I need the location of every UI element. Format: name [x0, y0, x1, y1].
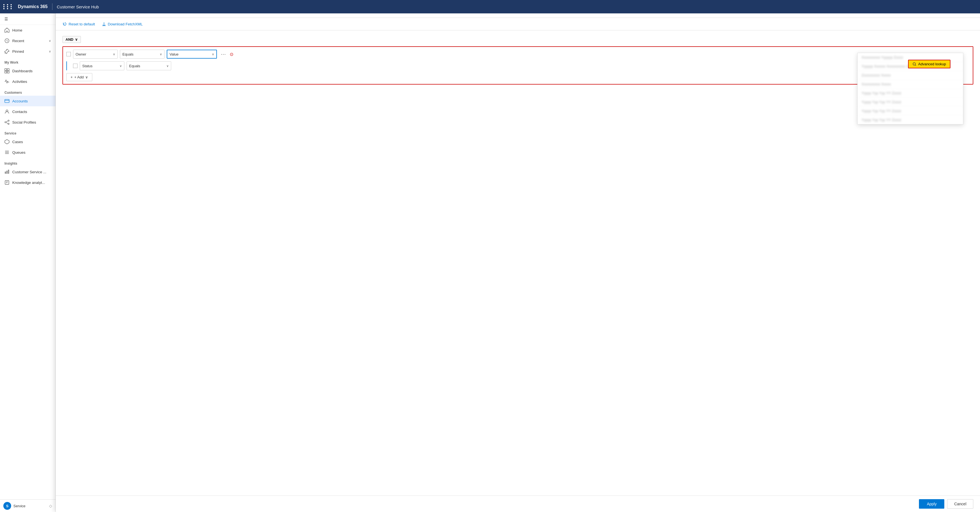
add-chevron: ∨ [85, 75, 88, 79]
lookup-item-2[interactable]: Zzzzzzzzzz Xxxxx [858, 71, 963, 80]
filter-row-2: Status ∨ Equals ∨ [66, 61, 969, 70]
cancel-button[interactable]: Cancel [947, 499, 973, 509]
sidebar-item-contacts[interactable]: Contacts [0, 106, 56, 117]
lookup-item-5[interactable]: Yyyyy Yyy Yyy YY Zzzzz [858, 98, 963, 107]
val-chevron-1: ∨ [212, 53, 214, 56]
svg-point-8 [5, 122, 6, 123]
filter-warning-1: ⊙ [230, 52, 233, 57]
search-icon [913, 62, 916, 66]
avatar: S [3, 502, 11, 510]
dashboard-icon [5, 69, 10, 73]
lookup-item-7[interactable]: Yyyyy Yyy Yyy YY Zzzzz [858, 115, 963, 124]
sidebar-item-home[interactable]: Home [0, 25, 56, 35]
contact-icon [5, 109, 10, 114]
field-chevron-2: ∨ [119, 64, 122, 68]
recent-expand-icon: ∨ [49, 39, 51, 43]
app-menu-icon[interactable] [3, 4, 13, 9]
sidebar-nav-icon: ◇ [49, 504, 52, 508]
home-icon [5, 28, 10, 33]
filter-field-2[interactable]: Status ∨ [80, 61, 124, 70]
apply-button[interactable]: Apply [919, 499, 944, 509]
modal-body: AND ∨ Owner ∨ Equals ∨ Value ∨ ⋯ [56, 30, 980, 496]
field-chevron-1: ∨ [113, 53, 115, 56]
top-bar-divider [52, 3, 52, 10]
sidebar-hamburger[interactable]: ☰ [0, 13, 56, 25]
download-fetchxml-button[interactable]: Download FetchXML [102, 21, 143, 27]
filter-more-1[interactable]: ⋯ [219, 51, 228, 58]
filter-modal: Edit filters: Accounts × Reset to defaul… [56, 0, 980, 512]
and-chevron: ∨ [75, 37, 78, 41]
filter-checkbox-1[interactable] [66, 52, 71, 56]
add-filter-button[interactable]: + + Add ∨ [66, 73, 92, 81]
sidebar-item-pinned[interactable]: Pinned ∨ [0, 46, 56, 57]
section-mywork: My Work [0, 57, 56, 65]
sidebar-item-knowledge[interactable]: Knowledge analyt... [0, 177, 56, 188]
advanced-lookup-button[interactable]: Advanced lookup [908, 60, 950, 69]
download-icon [102, 22, 106, 26]
section-insights: Insights [0, 158, 56, 167]
case-icon [5, 139, 10, 144]
modal-footer: Apply Cancel [56, 496, 980, 512]
op-chevron-2: ∨ [167, 64, 169, 68]
knowledge-icon [5, 180, 10, 185]
filter-checkbox-2[interactable] [73, 64, 78, 68]
lookup-item-3[interactable]: Xxxxxxxxxx Xxxxx [858, 80, 963, 89]
svg-rect-5 [5, 99, 9, 102]
filter-group: Owner ∨ Equals ∨ Value ∨ ⋯ ⊙ Advanced lo… [62, 46, 973, 85]
sidebar-bottom[interactable]: S Service ◇ [0, 499, 56, 512]
sidebar-item-cases[interactable]: Cases [0, 136, 56, 147]
svg-rect-1 [5, 69, 7, 70]
svg-point-10 [913, 62, 916, 65]
svg-rect-4 [7, 71, 9, 73]
reset-icon [62, 22, 67, 26]
app-name: Dynamics 365 [18, 4, 48, 9]
sidebar-item-activities[interactable]: Activities [0, 76, 56, 87]
svg-point-7 [8, 120, 9, 121]
queue-icon [5, 150, 10, 155]
recent-icon [5, 38, 10, 43]
lookup-item-4[interactable]: Yyyyy Yyy Yyy YY Zzzzz [858, 89, 963, 98]
insights-icon [5, 169, 10, 174]
lookup-item-6[interactable]: Yyyyy Yyy Yyy YY Zzzzz [858, 107, 963, 115]
sidebar-item-customer-service[interactable]: Customer Service ... [0, 167, 56, 177]
modal-toolbar: Reset to default Download FetchXML [56, 18, 980, 30]
section-customers: Customers [0, 87, 56, 96]
sidebar-item-accounts[interactable]: Accounts [0, 96, 56, 106]
add-icon: + [70, 75, 73, 79]
sidebar-bottom-label: Service [13, 504, 25, 508]
social-icon [5, 120, 10, 125]
pinned-expand-icon: ∨ [49, 49, 51, 53]
pin-icon [5, 49, 10, 54]
op-chevron-1: ∨ [160, 53, 162, 56]
sidebar: ☰ Home Recent ∨ Pinned ∨ My Work Dashboa… [0, 13, 56, 512]
filter-operator-1[interactable]: Equals ∨ [120, 49, 164, 59]
filter-field-1[interactable]: Owner ∨ [73, 49, 118, 59]
svg-point-9 [8, 123, 9, 124]
sidebar-item-social-profiles[interactable]: Social Profiles [0, 117, 56, 128]
hub-name: Customer Service Hub [57, 5, 99, 9]
and-tag[interactable]: AND ∨ [62, 36, 81, 43]
svg-rect-3 [5, 71, 7, 73]
filter-row-1: Owner ∨ Equals ∨ Value ∨ ⋯ ⊙ [66, 49, 969, 59]
sidebar-item-queues[interactable]: Queues [0, 147, 56, 158]
sidebar-item-recent[interactable]: Recent ∨ [0, 35, 56, 46]
top-bar: Dynamics 365 Customer Service Hub [0, 0, 980, 13]
activity-icon [5, 79, 10, 84]
account-icon [5, 99, 10, 104]
sidebar-item-dashboards[interactable]: Dashboards [0, 65, 56, 76]
reset-to-default-button[interactable]: Reset to default [62, 21, 95, 27]
filter-operator-2[interactable]: Equals ∨ [127, 61, 171, 70]
section-service: Service [0, 128, 56, 136]
svg-rect-2 [7, 69, 9, 70]
filter-value-1[interactable]: Value ∨ [167, 49, 217, 59]
